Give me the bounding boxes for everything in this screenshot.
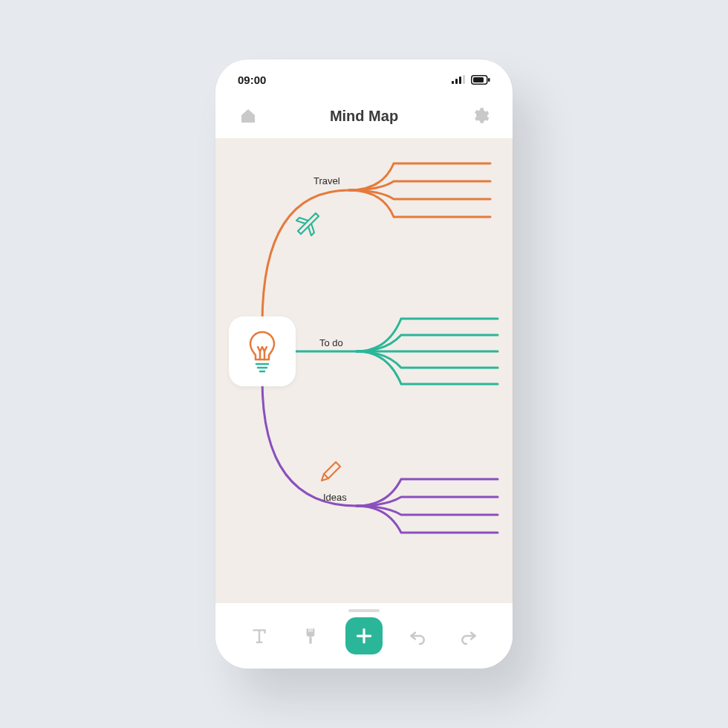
bottom-toolbar xyxy=(215,603,513,669)
branch-label-todo[interactable]: To do xyxy=(319,337,343,348)
brush-icon xyxy=(301,626,320,646)
settings-button[interactable] xyxy=(469,105,490,126)
redo-icon xyxy=(459,626,478,646)
drag-handle[interactable] xyxy=(348,609,380,612)
add-node-button[interactable] xyxy=(345,617,383,654)
text-tool-button[interactable] xyxy=(243,620,276,652)
plane-icon xyxy=(293,209,323,238)
mindmap-root-node[interactable] xyxy=(229,316,296,386)
svg-rect-6 xyxy=(488,78,490,82)
pencil-icon xyxy=(318,459,343,484)
branch-label-ideas[interactable]: Ideas xyxy=(323,492,347,503)
signal-icon xyxy=(452,75,465,84)
svg-rect-0 xyxy=(452,81,454,84)
svg-rect-2 xyxy=(459,77,461,84)
phone-frame: 09:00 Mind Map xyxy=(215,59,513,669)
home-button[interactable] xyxy=(238,105,259,126)
status-icons xyxy=(452,75,490,85)
brush-tool-button[interactable] xyxy=(294,620,327,652)
svg-rect-3 xyxy=(463,75,465,84)
gear-icon xyxy=(470,106,490,126)
svg-rect-5 xyxy=(473,77,484,82)
battery-icon xyxy=(471,75,490,85)
status-time: 09:00 xyxy=(238,74,266,86)
plus-icon xyxy=(354,626,374,646)
svg-rect-1 xyxy=(455,79,458,84)
text-icon xyxy=(250,626,269,646)
svg-rect-12 xyxy=(309,637,311,644)
status-bar: 09:00 xyxy=(215,59,513,94)
app-header: Mind Map xyxy=(215,94,513,138)
undo-button[interactable] xyxy=(401,620,434,652)
lightbulb-icon xyxy=(244,329,281,374)
page-title: Mind Map xyxy=(330,108,398,125)
home-icon xyxy=(239,107,257,125)
mindmap-canvas[interactable]: Travel To do Ideas xyxy=(215,138,513,603)
redo-button[interactable] xyxy=(452,620,485,652)
branch-label-travel[interactable]: Travel xyxy=(313,175,340,186)
undo-icon xyxy=(408,626,427,646)
